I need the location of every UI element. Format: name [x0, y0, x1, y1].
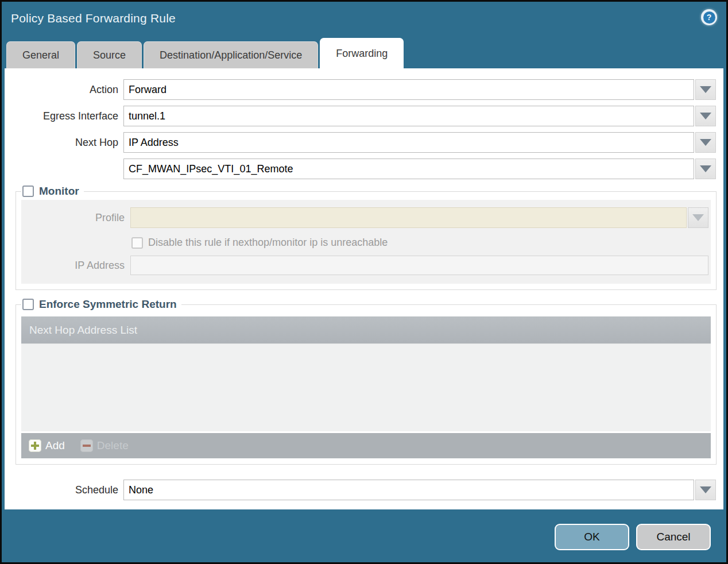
dialog-footer: OK Cancel — [2, 509, 726, 564]
monitor-ip-address-label: IP Address — [21, 260, 130, 272]
next-hop-address-input[interactable] — [123, 159, 694, 179]
next-hop-address-grid-toolbar: Add Delete — [21, 433, 711, 458]
action-label: Action — [5, 84, 123, 96]
next-hop-address-grid: Next Hop Address List Add Delete — [21, 316, 711, 458]
delete-button-label: Delete — [97, 439, 129, 452]
profile-row: Profile — [21, 207, 710, 228]
tab-forwarding[interactable]: Forwarding — [320, 38, 404, 68]
monitor-checkbox[interactable] — [22, 186, 34, 197]
disable-rule-label: Disable this rule if nexthop/monitor ip … — [148, 237, 388, 249]
enforce-symmetric-return-fieldset: Enforce Symmetric Return Next Hop Addres… — [16, 298, 717, 465]
next-hop-type-dropdown-button[interactable] — [695, 132, 716, 153]
egress-interface-dropdown-button[interactable] — [695, 106, 716, 126]
monitor-fieldset: Monitor Profile Disable this rule if nex… — [16, 185, 717, 290]
next-hop-address-grid-body[interactable] — [21, 343, 711, 431]
monitor-ip-address-input — [130, 256, 708, 275]
enforce-symmetric-return-checkbox[interactable] — [22, 299, 34, 310]
cancel-button[interactable]: Cancel — [636, 524, 711, 550]
action-input[interactable] — [123, 79, 694, 100]
next-hop-address-dropdown-button[interactable] — [695, 159, 716, 179]
ok-button[interactable]: OK — [555, 524, 629, 550]
next-hop-row: Next Hop — [5, 132, 723, 153]
profile-label: Profile — [21, 212, 130, 224]
plus-icon — [29, 439, 41, 452]
help-question-glyph: ? — [703, 11, 715, 24]
next-hop-address-row — [5, 159, 723, 179]
add-button[interactable]: Add — [29, 439, 65, 452]
dialog-title: Policy Based Forwarding Rule — [2, 2, 726, 25]
egress-interface-row: Egress Interface — [5, 106, 723, 126]
chevron-down-icon — [700, 139, 711, 146]
policy-based-forwarding-dialog: Policy Based Forwarding Rule ? General S… — [0, 0, 728, 564]
tab-panel-forwarding: Action Egress Interface Next Hop — [5, 68, 723, 509]
egress-interface-input[interactable] — [123, 106, 694, 126]
next-hop-type-input[interactable] — [123, 132, 694, 153]
action-row: Action — [5, 79, 723, 100]
schedule-dropdown-button[interactable] — [695, 480, 716, 500]
enforce-symmetric-return-legend: Enforce Symmetric Return — [21, 298, 181, 311]
chevron-down-icon — [700, 165, 711, 172]
tab-general[interactable]: General — [6, 41, 75, 68]
disable-rule-checkbox — [131, 237, 143, 249]
minus-icon — [80, 439, 93, 452]
schedule-input[interactable] — [123, 480, 694, 500]
monitor-legend-label: Monitor — [39, 185, 79, 198]
column-header-next-hop-address-list[interactable]: Next Hop Address List — [21, 316, 711, 343]
schedule-row: Schedule — [5, 480, 723, 500]
action-dropdown-button[interactable] — [695, 79, 716, 100]
schedule-label: Schedule — [5, 484, 123, 496]
chevron-down-icon — [700, 486, 711, 493]
monitor-disabled-panel: Profile Disable this rule if nexthop/mon… — [21, 200, 711, 284]
monitor-legend: Monitor — [21, 185, 84, 198]
enforce-symmetric-return-legend-label: Enforce Symmetric Return — [39, 298, 177, 311]
tab-destination-application-service[interactable]: Destination/Application/Service — [144, 41, 318, 68]
tab-bar: General Source Destination/Application/S… — [2, 37, 726, 68]
delete-button: Delete — [80, 439, 129, 452]
help-icon[interactable]: ? — [701, 9, 717, 25]
disable-rule-row: Disable this rule if nexthop/monitor ip … — [131, 237, 710, 249]
profile-input — [130, 207, 687, 228]
tab-source[interactable]: Source — [77, 41, 142, 68]
chevron-down-icon — [700, 113, 711, 119]
profile-dropdown-button — [688, 207, 708, 228]
dialog-titlebar: Policy Based Forwarding Rule ? — [2, 2, 726, 37]
add-button-label: Add — [45, 439, 65, 452]
monitor-ip-address-row: IP Address — [21, 256, 710, 275]
egress-interface-label: Egress Interface — [5, 110, 123, 122]
chevron-down-icon — [700, 86, 711, 93]
next-hop-label: Next Hop — [5, 137, 123, 149]
chevron-down-icon — [692, 214, 704, 221]
